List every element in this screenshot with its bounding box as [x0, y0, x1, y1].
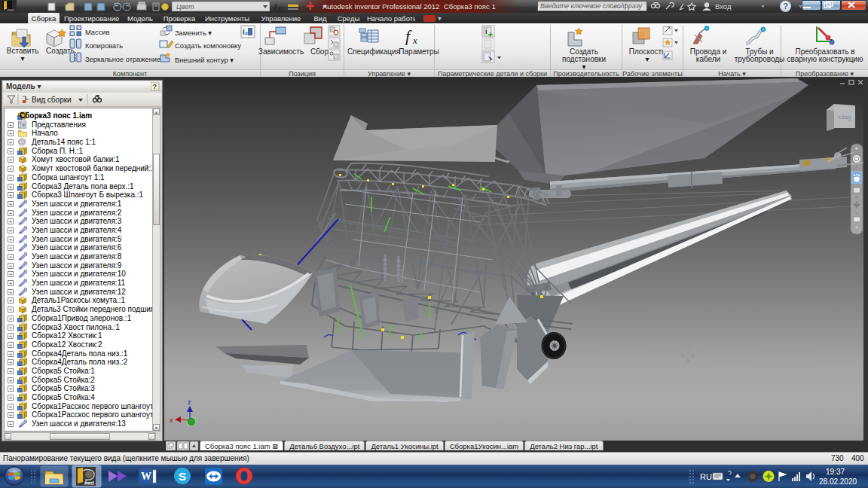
svg-text:i: i [485, 28, 487, 35]
svg-text:RU: RU [700, 472, 712, 481]
svg-text:Цвет: Цвет [176, 3, 194, 11]
svg-text:f: f [274, 2, 277, 11]
svg-text:?: ? [153, 83, 157, 90]
svg-text:PRO: PRO [84, 481, 94, 486]
svg-text:x: x [277, 5, 282, 12]
svg-text:x: x [170, 416, 173, 424]
svg-text:PRO: PRO [8, 8, 14, 12]
svg-text:19:37: 19:37 [826, 468, 845, 476]
svg-text:i₂: i₂ [243, 28, 248, 36]
svg-text:x: x [412, 35, 417, 46]
svg-text:z: z [188, 398, 191, 406]
svg-text:xdag: xdag [838, 114, 851, 120]
svg-text:W: W [141, 471, 151, 482]
svg-text:f: f [405, 26, 412, 45]
svg-text:28.02.2020: 28.02.2020 [819, 477, 857, 486]
svg-text:Вид сборки: Вид сборки [32, 96, 72, 104]
svg-text:S: S [179, 470, 186, 483]
